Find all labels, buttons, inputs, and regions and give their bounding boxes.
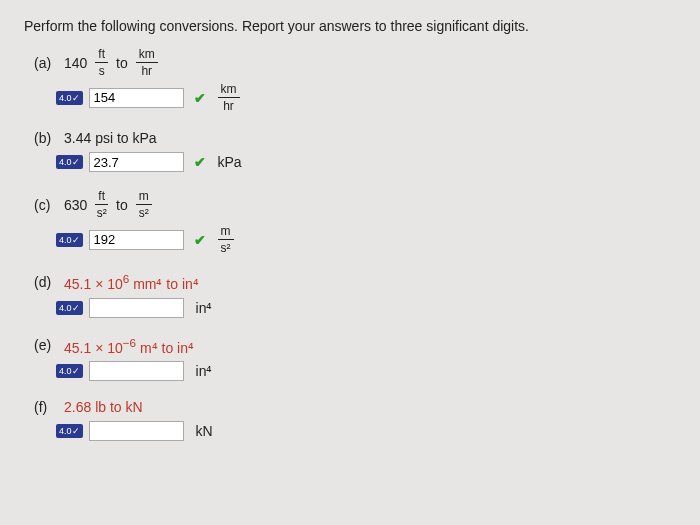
to-text-c: to <box>116 197 128 213</box>
attempt-badge: 4.0✓ <box>56 155 83 169</box>
from-unit-a: ft s <box>95 48 108 77</box>
to-num-c: m <box>136 190 152 205</box>
marker-e: (e) <box>34 337 56 353</box>
marker-b: (b) <box>34 130 56 146</box>
to-text-a: to <box>116 55 128 71</box>
pre-e: 45.1 × 10 <box>64 339 123 355</box>
result-den-a: hr <box>223 98 234 112</box>
result-unit-d: in⁴ <box>196 300 213 316</box>
attempt-badge: 4.0✓ <box>56 233 83 247</box>
exp-e: −6 <box>123 336 136 349</box>
text-b: 3.44 psi to kPa <box>64 130 157 146</box>
attempt-badge: 4.0✓ <box>56 91 83 105</box>
answer-input-d[interactable] <box>89 298 184 318</box>
value-c: 630 <box>64 197 87 213</box>
answer-input-f[interactable] <box>89 421 184 441</box>
from-num-a: ft <box>95 48 108 63</box>
attempt-badge: 4.0✓ <box>56 364 83 378</box>
marker-a: (a) <box>34 55 56 71</box>
result-unit-a: km hr <box>218 83 240 112</box>
text-d: 45.1 × 106 mm⁴ to in⁴ <box>64 272 199 292</box>
answer-input-c[interactable] <box>89 230 184 250</box>
attempt-badge: 4.0✓ <box>56 424 83 438</box>
problem-d: (d) 45.1 × 106 mm⁴ to in⁴ 4.0✓ in⁴ <box>24 272 676 318</box>
result-num-a: km <box>218 83 240 98</box>
problem-a: (a) 140 ft s to km hr 4.0✓ ✔ km hr <box>24 48 676 112</box>
check-icon: ✔ <box>194 154 206 170</box>
value-a: 140 <box>64 55 87 71</box>
result-unit-b: kPa <box>218 154 242 170</box>
answer-input-e[interactable] <box>89 361 184 381</box>
problem-e: (e) 45.1 × 10−6 m⁴ to in⁴ 4.0✓ in⁴ <box>24 336 676 382</box>
problem-b: (b) 3.44 psi to kPa 4.0✓ ✔ kPa <box>24 130 676 172</box>
result-num-c: m <box>218 225 234 240</box>
problem-c: (c) 630 ft s² to m s² 4.0✓ ✔ m s² <box>24 190 676 254</box>
to-unit-c: m s² <box>136 190 152 219</box>
attempt-badge: 4.0✓ <box>56 301 83 315</box>
result-unit-f: kN <box>196 423 213 439</box>
result-den-c: s² <box>221 240 231 254</box>
to-den-c: s² <box>139 205 149 219</box>
to-num-a: km <box>136 48 158 63</box>
answer-input-a[interactable] <box>89 88 184 108</box>
from-num-c: ft <box>95 190 108 205</box>
result-unit-c: m s² <box>218 225 234 254</box>
problem-f: (f) 2.68 lb to kN 4.0✓ kN <box>24 399 676 441</box>
post-d: mm⁴ to in⁴ <box>129 276 199 292</box>
from-unit-c: ft s² <box>95 190 108 219</box>
answer-input-b[interactable] <box>89 152 184 172</box>
from-den-a: s <box>99 63 105 77</box>
check-icon: ✔ <box>194 90 206 106</box>
text-e: 45.1 × 10−6 m⁴ to in⁴ <box>64 336 194 356</box>
instruction-text: Perform the following conversions. Repor… <box>24 18 676 34</box>
post-e: m⁴ to in⁴ <box>136 339 194 355</box>
check-icon: ✔ <box>194 232 206 248</box>
marker-d: (d) <box>34 274 56 290</box>
from-den-c: s² <box>97 205 107 219</box>
result-unit-e: in⁴ <box>196 363 213 379</box>
pre-d: 45.1 × 10 <box>64 276 123 292</box>
marker-f: (f) <box>34 399 56 415</box>
to-unit-a: km hr <box>136 48 158 77</box>
text-f: 2.68 lb to kN <box>64 399 143 415</box>
marker-c: (c) <box>34 197 56 213</box>
to-den-a: hr <box>141 63 152 77</box>
